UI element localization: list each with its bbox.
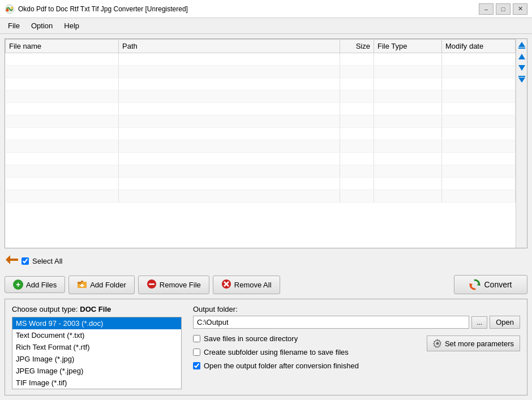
minimize-button[interactable]: –	[479, 3, 494, 15]
remove-all-label: Remove All	[234, 281, 272, 289]
checkbox-row-save_source: Save files in source directory	[193, 334, 359, 343]
remove-all-icon	[221, 279, 231, 291]
close-button[interactable]: ✕	[513, 3, 527, 15]
add-files-button[interactable]: + Add Files	[5, 276, 65, 293]
svg-rect-4	[518, 48, 525, 49]
add-files-icon: +	[13, 279, 23, 290]
format-item-jpg[interactable]: JPG Image (*.jpg)	[12, 353, 181, 365]
table-row	[6, 140, 516, 153]
convert-label: Convert	[484, 280, 512, 289]
convert-icon	[469, 279, 480, 290]
output-type-label: Choose output type: DOC File	[12, 305, 182, 313]
set-params-label: Set more parameters	[445, 339, 514, 348]
col-path: Path	[119, 40, 340, 53]
table-row	[6, 53, 516, 66]
output-folder-input[interactable]	[193, 316, 469, 329]
table-row	[6, 153, 516, 165]
svg-rect-8	[518, 76, 525, 77]
svg-rect-17	[149, 283, 155, 285]
add-files-label: Add Files	[26, 281, 57, 289]
bottom-panel: Choose output type: DOC File MS Word 97 …	[5, 299, 527, 395]
menubar: File Option Help	[0, 18, 532, 34]
table-row	[6, 66, 516, 78]
svg-marker-6	[518, 65, 525, 71]
checkbox-row-create_subfolder: Create subfolder using filename to save …	[193, 348, 359, 356]
checkboxes-list: Save files in source directoryCreate sub…	[193, 334, 359, 373]
remove-file-icon	[147, 279, 157, 291]
gear-icon	[433, 339, 442, 348]
window-title: Okdo Pdf to Doc Rtf Txt Tif Jpg Converte…	[18, 5, 188, 13]
app-icon	[5, 4, 15, 14]
table-row	[6, 128, 516, 140]
checkbox-open_after[interactable]	[193, 362, 200, 369]
svg-rect-13	[81, 281, 83, 282]
scroll-down-button[interactable]	[517, 63, 527, 73]
menu-help[interactable]: Help	[58, 19, 85, 32]
checkbox-label-save_source[interactable]: Save files in source directory	[204, 334, 298, 343]
add-folder-icon	[77, 279, 87, 291]
output-options-section: Output folder: ... Open Save files in so…	[193, 305, 520, 389]
remove-file-label: Remove File	[160, 281, 201, 289]
checkbox-save_source[interactable]	[193, 335, 200, 342]
table-row	[6, 115, 516, 128]
table-row	[6, 165, 516, 178]
svg-marker-7	[518, 78, 525, 83]
output-type-section: Choose output type: DOC File MS Word 97 …	[12, 305, 182, 389]
output-folder-row: ... Open	[193, 316, 520, 329]
table-row	[6, 91, 516, 103]
table-row	[6, 190, 516, 203]
convert-button[interactable]: Convert	[454, 275, 527, 294]
scroll-up-button[interactable]	[517, 51, 527, 62]
col-size: Size	[340, 40, 374, 53]
select-all-checkbox[interactable]	[22, 257, 29, 265]
select-all-label[interactable]: Select All	[32, 257, 62, 265]
svg-point-23	[436, 342, 439, 345]
open-button[interactable]: Open	[490, 316, 520, 329]
browse-button[interactable]: ...	[471, 316, 487, 329]
menu-file[interactable]: File	[2, 19, 25, 32]
checkbox-create_subfolder[interactable]	[193, 349, 200, 356]
menu-option[interactable]: Option	[25, 19, 58, 32]
col-filename: File name	[6, 40, 119, 53]
file-table: File name Path Size File Type Modify dat…	[5, 39, 516, 248]
select-all-row: Select All	[5, 252, 527, 270]
buttons-row: + Add Files Add Folder	[5, 274, 527, 295]
svg-point-1	[6, 8, 9, 11]
set-params-button[interactable]: Set more parameters	[427, 336, 520, 351]
col-modifydate: Modify date	[442, 40, 516, 53]
svg-rect-10	[10, 259, 18, 261]
format-item-doc[interactable]: MS Word 97 - 2003 (*.doc)	[12, 317, 181, 329]
table-row	[6, 178, 516, 190]
svg-point-2	[11, 7, 13, 9]
add-folder-label: Add Folder	[90, 281, 126, 289]
remove-file-button[interactable]: Remove File	[138, 276, 209, 294]
remove-all-button[interactable]: Remove All	[213, 276, 280, 294]
checkboxes-area: Save files in source directoryCreate sub…	[193, 334, 520, 373]
maximize-button[interactable]: □	[496, 3, 510, 15]
output-folder-label: Output folder:	[193, 305, 520, 313]
format-listbox[interactable]: MS Word 97 - 2003 (*.doc)Text Document (…	[12, 317, 182, 389]
svg-marker-9	[6, 255, 10, 264]
svg-marker-5	[518, 54, 525, 59]
checkbox-row-open_after: Open the output folder after conversion …	[193, 362, 359, 370]
output-type-value: DOC File	[80, 305, 111, 313]
format-item-jpeg[interactable]: JPEG Image (*.jpeg)	[12, 365, 181, 377]
svg-marker-3	[518, 42, 525, 47]
files-table: File name Path Size File Type Modify dat…	[5, 39, 516, 203]
format-item-tif[interactable]: TIF Image (*.tif)	[12, 377, 181, 389]
scroll-bottom-button[interactable]	[517, 74, 527, 84]
file-list-container: File name Path Size File Type Modify dat…	[5, 38, 527, 248]
format-item-rtf[interactable]: Rich Text Format (*.rtf)	[12, 341, 181, 353]
col-filetype: File Type	[374, 40, 442, 53]
scroll-arrows	[516, 39, 527, 248]
table-row	[6, 78, 516, 91]
checkbox-label-create_subfolder[interactable]: Create subfolder using filename to save …	[204, 348, 349, 356]
checkbox-label-open_after[interactable]: Open the output folder after conversion …	[204, 362, 359, 370]
add-folder-button[interactable]: Add Folder	[68, 276, 135, 294]
main-window: File name Path Size File Type Modify dat…	[0, 34, 532, 400]
svg-rect-15	[80, 285, 84, 286]
titlebar: Okdo Pdf to Doc Rtf Txt Tif Jpg Converte…	[0, 0, 532, 18]
table-row	[6, 103, 516, 115]
format-item-txt[interactable]: Text Document (*.txt)	[12, 329, 181, 341]
scroll-top-button[interactable]	[517, 40, 527, 50]
